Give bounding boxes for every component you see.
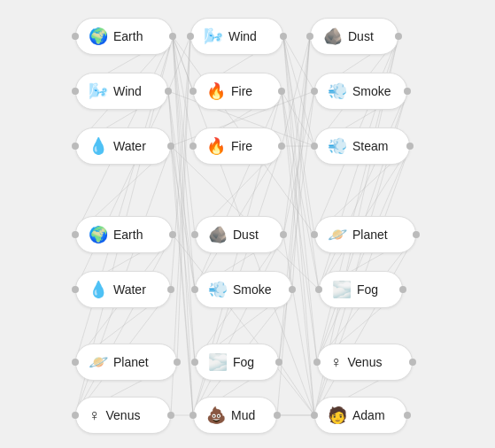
node-emoji: 🌬️ [204,28,223,44]
node-dust-10[interactable]: 🪨Dust [195,216,283,253]
node-emoji: 💧 [89,138,108,154]
node-label: Earth [113,228,143,242]
node-water-6[interactable]: 💧Water [75,127,171,165]
node-emoji: 🔥 [206,138,226,154]
node-water-12[interactable]: 💧Water [75,271,171,308]
node-fog-16[interactable]: 🌫️Fog [195,344,279,381]
node-mud-19[interactable]: 💩Mud [193,397,277,434]
node-fog-14[interactable]: 🌫️Fog [319,271,403,308]
node-label: Wind [113,84,142,98]
node-emoji: 🌬️ [89,83,108,99]
node-fire-4[interactable]: 🔥Fire [193,73,282,110]
node-label: Earth [113,29,143,43]
node-emoji: 💨 [328,83,347,99]
node-label: Water [113,139,146,153]
node-label: Dust [348,29,374,43]
node-wind-1[interactable]: 🌬️Wind [190,18,283,55]
node-label: Smoke [352,84,391,98]
node-label: Planet [113,355,149,369]
node-emoji: 💨 [208,282,228,297]
node-label: Fog [233,355,254,369]
node-wind-3[interactable]: 🌬️Wind [75,73,168,110]
node-adam-20[interactable]: 🧑Adam [314,397,407,434]
node-label: Fog [357,282,378,297]
node-steam-8[interactable]: 💨Steam [314,127,410,165]
node-emoji: 🪐 [89,354,108,370]
node-label: Planet [352,228,388,242]
node-label: Dust [233,228,259,242]
node-emoji: 🌫️ [332,282,352,297]
node-emoji: 🪨 [208,227,228,243]
node-label: Steam [352,139,388,153]
node-emoji: 🧑 [328,407,347,423]
node-label: Venus [348,355,383,369]
node-emoji: 🔥 [206,83,226,99]
nodes-layer: 🌍Earth🌬️Wind🪨Dust🌬️Wind🔥Fire💨Smoke💧Water… [0,0,495,448]
node-planet-11[interactable]: 🪐Planet [314,216,416,253]
node-label: Water [113,282,146,297]
node-emoji: 🌍 [89,227,108,243]
node-venus-17[interactable]: ♀Venus [317,344,413,381]
node-earth-9[interactable]: 🌍Earth [75,216,173,253]
node-emoji: 🌫️ [208,354,228,370]
node-dust-2[interactable]: 🪨Dust [310,18,398,55]
node-emoji: ♀ [89,407,101,423]
node-label: Mud [231,408,255,422]
node-fire-7[interactable]: 🔥Fire [193,127,282,165]
node-smoke-13[interactable]: 💨Smoke [195,271,292,308]
node-planet-15[interactable]: 🪐Planet [75,344,177,381]
node-emoji: 🪐 [328,227,347,243]
node-label: Wind [228,29,257,43]
node-label: Fire [231,84,252,98]
node-emoji: 💨 [328,138,347,154]
node-emoji: ♀ [330,354,343,370]
node-label: Smoke [233,282,272,297]
node-label: Venus [106,408,141,422]
node-label: Adam [352,408,385,422]
node-venus-18[interactable]: ♀Venus [75,397,171,434]
node-emoji: 🪨 [323,28,343,44]
node-emoji: 💩 [206,407,226,423]
node-emoji: 🌍 [89,28,108,44]
node-label: Fire [231,139,252,153]
node-emoji: 💧 [89,282,108,297]
node-smoke-5[interactable]: 💨Smoke [314,73,407,110]
node-earth-0[interactable]: 🌍Earth [75,18,173,55]
